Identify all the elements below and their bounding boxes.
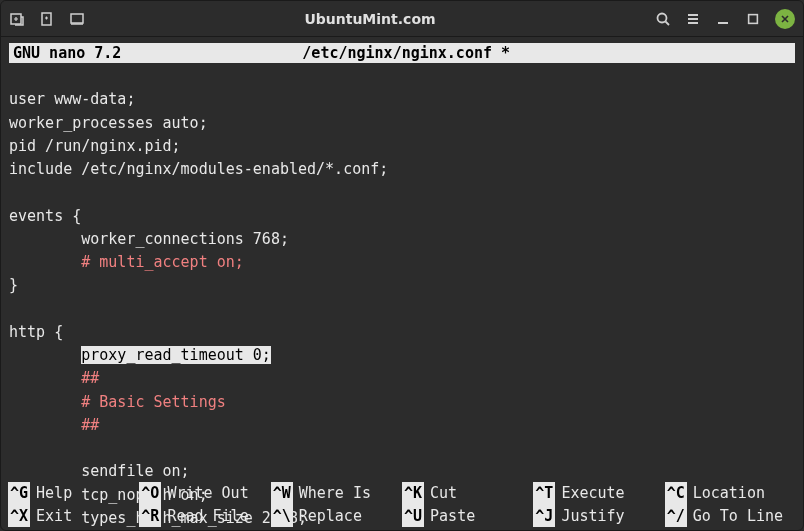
shortcut-label: Paste <box>430 505 475 528</box>
window-titlebar: UbuntuMint.com <box>1 1 803 37</box>
code-line: http { <box>9 323 63 341</box>
shortcut-label: Exit <box>36 505 72 528</box>
code-line: events { <box>9 207 81 225</box>
shortcut-execute[interactable]: ^TExecute <box>533 482 664 505</box>
shortcut-label: Read File <box>167 505 248 528</box>
shortcut-whereis[interactable]: ^WWhere Is <box>271 482 402 505</box>
search-icon[interactable] <box>655 11 671 27</box>
code-line: } <box>9 276 18 294</box>
shortcut-readfile[interactable]: ^RRead File <box>139 505 270 528</box>
close-icon[interactable] <box>775 9 795 29</box>
minimize-icon[interactable] <box>715 11 731 27</box>
shortcut-cut[interactable]: ^KCut <box>402 482 533 505</box>
shortcut-gotoline[interactable]: ^/Go To Line <box>665 505 796 528</box>
titlebar-left-icons <box>9 11 85 27</box>
nano-shortcuts-bar: ^GHelp ^OWrite Out ^WWhere Is ^KCut ^TEx… <box>8 482 796 527</box>
shortcut-label: Where Is <box>299 482 371 505</box>
nano-app-name: GNU nano 7.2 <box>13 44 141 62</box>
shortcut-help[interactable]: ^GHelp <box>8 482 139 505</box>
titlebar-right-icons <box>655 9 795 29</box>
code-line: user www-data; <box>9 90 135 108</box>
menu-icon[interactable] <box>685 11 701 27</box>
shortcut-label: Cut <box>430 482 457 505</box>
svg-rect-4 <box>749 14 758 23</box>
editor-content[interactable]: user www-data; worker_processes auto; pi… <box>1 63 803 531</box>
shortcut-label: Execute <box>561 482 624 505</box>
shortcut-justify[interactable]: ^JJustify <box>533 505 664 528</box>
terminal-icon[interactable] <box>69 11 85 27</box>
shortcut-paste[interactable]: ^UPaste <box>402 505 533 528</box>
new-window-icon[interactable] <box>39 11 55 27</box>
code-highlighted-line: proxy_read_timeout 0; <box>81 346 271 364</box>
shortcut-label: Go To Line <box>693 505 783 528</box>
nano-header-bar: GNU nano 7.2 /etc/nginx/nginx.conf * <box>9 43 795 63</box>
code-line: sendfile on; <box>81 462 189 480</box>
nano-filename: /etc/nginx/nginx.conf * <box>141 44 791 62</box>
shortcut-label: Replace <box>299 505 362 528</box>
code-line: worker_processes auto; <box>9 114 208 132</box>
shortcut-label: Help <box>36 482 72 505</box>
shortcut-location[interactable]: ^CLocation <box>665 482 796 505</box>
code-comment: # Basic Settings <box>81 393 226 411</box>
code-comment: ## <box>81 416 99 434</box>
shortcut-exit[interactable]: ^XExit <box>8 505 139 528</box>
shortcut-label: Justify <box>561 505 624 528</box>
code-line: pid /run/nginx.pid; <box>9 137 181 155</box>
code-line: worker_connections 768; <box>81 230 289 248</box>
shortcut-writeout[interactable]: ^OWrite Out <box>139 482 270 505</box>
svg-rect-2 <box>71 14 83 23</box>
code-line: include /etc/nginx/modules-enabled/*.con… <box>9 160 388 178</box>
shortcut-label: Write Out <box>167 482 248 505</box>
maximize-icon[interactable] <box>745 11 761 27</box>
svg-point-3 <box>658 13 667 22</box>
shortcut-replace[interactable]: ^\Replace <box>271 505 402 528</box>
code-comment: ## <box>81 369 99 387</box>
code-comment: # multi_accept on; <box>81 253 244 271</box>
window-title: UbuntuMint.com <box>85 11 655 27</box>
shortcut-label: Location <box>693 482 765 505</box>
new-tab-icon[interactable] <box>9 11 25 27</box>
